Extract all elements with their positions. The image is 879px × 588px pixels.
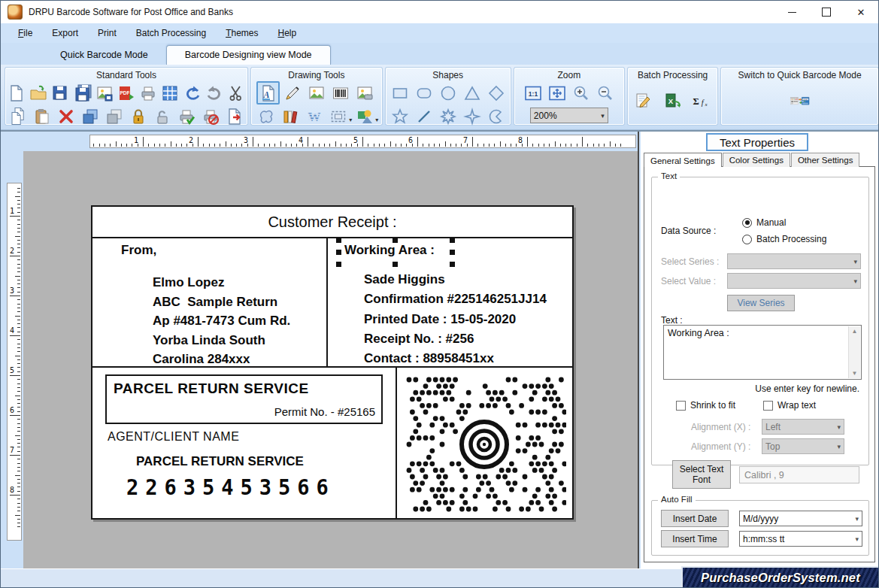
export-pdf-icon[interactable]: PDF: [116, 81, 137, 105]
selection-handle[interactable]: [450, 262, 455, 267]
label-design[interactable]: Customer Receipt : From, Elmo Lopez ABC …: [91, 205, 574, 520]
tab-barcode-designing-view-mode[interactable]: Barcode Designing view Mode: [166, 45, 331, 65]
pencil-tool-icon[interactable]: [280, 81, 304, 105]
insert-date-button[interactable]: Insert Date: [661, 510, 729, 527]
menu-file[interactable]: File: [8, 25, 42, 41]
copy-page-icon[interactable]: [7, 105, 30, 128]
scroll-up-icon[interactable]: ▲: [852, 328, 858, 335]
canvas-background[interactable]: Customer Receipt : From, Elmo Lopez ABC …: [23, 151, 638, 568]
selection-handle[interactable]: [336, 250, 341, 255]
image-placeholder-tool-icon[interactable]: [353, 81, 376, 105]
select-text-font-button[interactable]: Select Text Font: [672, 460, 731, 489]
radio-batch-processing[interactable]: Batch Processing: [742, 234, 826, 244]
label-header-text[interactable]: Customer Receipt :: [92, 207, 572, 238]
zoom-level-dropdown[interactable]: 200%▾: [530, 108, 608, 123]
print-cancel-icon[interactable]: [199, 105, 223, 128]
print-icon[interactable]: [138, 81, 159, 105]
new-document-icon[interactable]: [6, 81, 27, 105]
export-page-icon[interactable]: [223, 105, 247, 128]
frame-tool-icon[interactable]: [326, 105, 350, 128]
cut-icon[interactable]: [226, 81, 247, 105]
working-area-block[interactable]: Sade Higgins Confirmation #225146251JJ14…: [364, 270, 547, 368]
page-grid-icon[interactable]: [159, 81, 180, 105]
four-point-star-shape-icon[interactable]: [460, 105, 483, 128]
menu-export[interactable]: Export: [42, 25, 88, 41]
selection-handle[interactable]: [336, 238, 341, 243]
from-address-block[interactable]: Elmo Lopez ABC Sample Return Ap #481-747…: [153, 273, 290, 369]
barcode-tool-icon[interactable]: [329, 81, 352, 105]
alignment-y-dropdown[interactable]: Top ▾: [762, 438, 844, 454]
arc-shape-icon[interactable]: [484, 105, 508, 128]
insert-time-button[interactable]: Insert Time: [661, 530, 729, 547]
menu-help[interactable]: Help: [268, 25, 307, 41]
lock-icon[interactable]: [127, 105, 150, 128]
zoom-in-icon[interactable]: [569, 81, 593, 105]
batch-edit-icon[interactable]: [632, 89, 655, 113]
selection-handle[interactable]: [393, 238, 398, 243]
line-shape-icon[interactable]: [412, 105, 435, 128]
freeform-shape-tool-icon[interactable]: [254, 105, 277, 128]
textarea-scrollbar[interactable]: ▲ ▼: [848, 326, 860, 378]
selection-handle[interactable]: [450, 238, 455, 243]
image-tool-icon[interactable]: [305, 81, 328, 105]
tab-color-settings[interactable]: Color Settings: [723, 153, 790, 167]
print-preview-icon[interactable]: [175, 105, 199, 128]
paste-icon[interactable]: [31, 105, 54, 128]
menu-batch-processing[interactable]: Batch Processing: [126, 25, 216, 41]
selection-handle[interactable]: [336, 262, 341, 267]
minimize-button[interactable]: [774, 1, 809, 23]
date-format-dropdown[interactable]: M/d/yyyy ▾: [739, 511, 862, 526]
diamond-shape-icon[interactable]: [484, 81, 508, 105]
watermark-text-tool-icon[interactable]: W: [302, 105, 326, 128]
menu-themes[interactable]: Themes: [216, 25, 268, 41]
permit-number-text[interactable]: Permit No. - #25165: [274, 405, 375, 418]
selected-text-object[interactable]: Working Area :: [338, 240, 453, 264]
selection-handle[interactable]: [450, 250, 455, 255]
parcel-box-title[interactable]: PARCEL RETURN SERVICE: [114, 380, 309, 397]
redo-icon[interactable]: [204, 81, 225, 105]
maxicode-barcode[interactable]: [403, 375, 566, 517]
delete-icon[interactable]: [55, 105, 78, 128]
time-format-dropdown[interactable]: h:mm:ss tt ▾: [739, 531, 862, 547]
select-series-dropdown[interactable]: ▾: [727, 253, 861, 269]
radio-manual[interactable]: Manual: [742, 217, 786, 228]
formula-icon[interactable]: Σfx: [690, 89, 714, 113]
save-all-icon[interactable]: [72, 81, 93, 105]
actual-size-icon[interactable]: 1:1: [521, 81, 544, 105]
close-button[interactable]: ✕: [844, 1, 878, 23]
text-input[interactable]: Working Area : ▲ ▼: [663, 325, 862, 380]
rounded-rectangle-shape-icon[interactable]: [412, 81, 435, 105]
star-shape-icon[interactable]: [388, 105, 411, 128]
open-file-icon[interactable]: [28, 81, 49, 105]
shape-picker-tool-icon[interactable]: [353, 105, 376, 128]
from-title-text[interactable]: From,: [121, 243, 156, 258]
switch-mode-icon[interactable]: 123567: [788, 89, 811, 113]
triangle-shape-icon[interactable]: [460, 81, 483, 105]
export-image-icon[interactable]: [94, 81, 115, 105]
undo-icon[interactable]: [181, 81, 202, 105]
service-line-text[interactable]: PARCEL RETURN SERVICE: [136, 454, 304, 469]
parcel-return-box[interactable]: PARCEL RETURN SERVICE Permit No. - #2516…: [105, 374, 383, 424]
zoom-out-icon[interactable]: [593, 81, 617, 105]
save-icon[interactable]: [50, 81, 71, 105]
ellipse-shape-icon[interactable]: [436, 81, 459, 105]
maximize-button[interactable]: [809, 1, 844, 23]
menu-print[interactable]: Print: [88, 25, 126, 41]
alignment-x-dropdown[interactable]: Left ▾: [762, 419, 844, 435]
fit-view-icon[interactable]: [545, 81, 568, 105]
rectangle-shape-icon[interactable]: [388, 81, 411, 105]
selection-handle[interactable]: [393, 262, 398, 267]
working-area-title-text[interactable]: Working Area :: [344, 243, 435, 258]
duplicate-icon[interactable]: [103, 105, 126, 128]
shrink-to-fit-checkbox[interactable]: Shrink to fit: [676, 400, 735, 411]
copy-icon[interactable]: [79, 105, 102, 128]
scroll-down-icon[interactable]: ▼: [852, 370, 858, 377]
library-tool-icon[interactable]: [278, 105, 302, 128]
excel-import-icon[interactable]: X: [661, 89, 684, 113]
text-tool-icon[interactable]: A: [256, 81, 280, 105]
unlock-icon[interactable]: [151, 105, 174, 128]
agent-client-label[interactable]: AGENT/CLIENT NAME: [108, 430, 239, 444]
burst-shape-icon[interactable]: [436, 105, 459, 128]
tab-quick-barcode-mode[interactable]: Quick Barcode Mode: [42, 46, 166, 65]
select-value-dropdown[interactable]: ▾: [727, 273, 861, 289]
